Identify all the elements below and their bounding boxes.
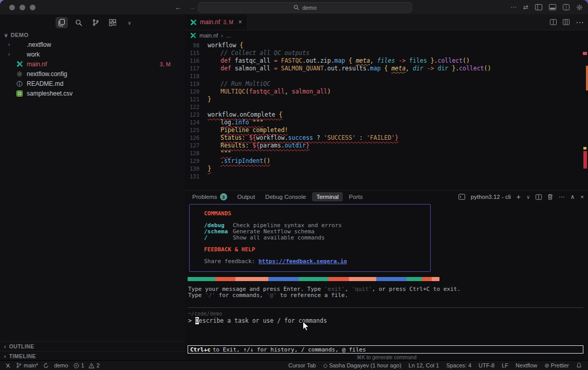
status-item-cursor-tab[interactable]: Cursor Tab [288,362,316,368]
search-view-icon[interactable] [72,17,85,28]
new-terminal-icon[interactable]: + [517,193,521,201]
folder-icon [15,50,24,59]
chevron-right-icon: › [8,51,15,57]
line-number: 130 [185,165,199,172]
explorer-icon[interactable] [56,17,68,28]
terminal-hint-line2: Type '/' for commands, '@' to reference … [188,292,461,299]
file-item-samplesheet-csv[interactable]: samplesheet.csv [0,88,185,98]
status-item-nextflow[interactable]: Nextflow [516,362,537,368]
feedback-link[interactable]: https://feedback.seqera.io [259,258,347,265]
status-item-utf-8[interactable]: UTF-8 [479,362,494,368]
editor-layout-icon[interactable] [563,19,569,25]
notifications-bell-icon[interactable] [576,362,582,368]
breadcrumb-more[interactable]: ... [226,32,231,39]
code-editor[interactable]: 98workflow {115// Collect all QC outputs… [185,41,588,190]
more-actions-icon[interactable]: ⋯ [510,4,517,11]
status-item-spaces-4[interactable]: Spaces: 4 [446,362,471,368]
panel-tab-label: Debug Console [265,194,306,200]
toggle-sidebar-icon[interactable] [535,4,542,10]
tab-main-nf[interactable]: main.nf 3, M × [185,14,248,30]
code-line: 115// Collect all QC outputs [185,49,588,57]
close-window-button[interactable] [9,5,15,10]
extensions-icon[interactable] [106,17,119,28]
terminal-cursor: D [195,317,199,324]
zoom-window-button[interactable] [30,5,35,10]
overview-warning-mark [583,147,586,150]
code-line: 122 [185,103,588,110]
error-icon [74,363,79,368]
terminal-dropdown-chevron-icon[interactable]: ∨ [526,194,530,200]
editor-more-actions-icon[interactable]: ⋯ [576,17,584,27]
command-center-search[interactable]: demo [198,2,412,13]
line-number: 120 [185,88,199,95]
breadcrumb-separator: › [221,32,223,39]
nextflow-file-icon [190,19,197,26]
code-line: 123workflow.onComplete { [185,110,588,118]
maximize-panel-icon[interactable]: ∧ [571,193,575,200]
settings-gear-icon[interactable] [576,4,583,11]
file-item-nextflow-config[interactable]: nextflow.config [0,69,185,79]
nav-back-icon[interactable]: ← [175,4,181,11]
panel-more-actions-icon[interactable]: ⋯ [559,193,565,200]
timeline-section[interactable]: › TIMELINE [0,351,185,361]
status-item-ln-12-col-1[interactable]: Ln 12, Col 1 [409,362,439,368]
minimize-window-button[interactable] [20,5,25,10]
split-editor-icon[interactable] [550,19,557,25]
panel-tab-problems[interactable]: Problems3 [188,192,231,202]
branch-label: main* [24,362,38,368]
file-label: README.md [27,80,63,87]
command-name: /schema [204,229,233,235]
close-panel-icon[interactable]: × [580,194,584,200]
layout-icon[interactable] [563,4,569,10]
gradient-segment [376,277,407,281]
terminal-instance-label[interactable]: python3.12 - cli [471,194,511,200]
source-control-icon[interactable] [89,17,102,28]
status-item--prettier[interactable]: ⊘ Prettier [544,362,569,369]
more-views-chevron-icon[interactable]: ∨ [123,17,136,28]
outline-section[interactable]: › OUTLINE [0,341,185,351]
workspace-indicator[interactable]: demo [54,362,68,368]
gradient-segment [432,277,439,281]
tab-problem-badge: 3, M [223,20,233,25]
command-row: /Show all available commands [204,235,430,241]
sync-indicator[interactable] [43,363,49,368]
activity-bar: ∨ [56,15,136,30]
file-label: .nextflow [27,41,51,48]
prompt-char: > [188,317,192,324]
nextflow-file-icon [15,60,24,68]
line-number: 117 [185,65,199,71]
gradient-segment [422,277,432,281]
file-item-main-nf[interactable]: main.nf3, M [0,59,185,69]
code-line: 98workflow { [185,41,588,49]
toggle-panel-icon[interactable] [549,4,556,10]
breadcrumb-file[interactable]: main.nf [199,32,218,39]
swap-arrows-icon[interactable]: ⇄ [523,4,528,11]
git-branch-indicator[interactable]: main* [16,362,38,368]
nav-forward-icon[interactable]: → [189,4,195,11]
line-number: 116 [185,58,199,64]
code-line: 126Status: ${workflow.success ? 'SUCCESS… [185,134,588,141]
panel-tab-ports[interactable]: Ports [345,192,367,201]
file-item-readme-md[interactable]: README.md [0,79,185,88]
remote-indicator[interactable] [5,363,11,368]
status-item-lf[interactable]: LF [502,362,508,368]
status-item--sasha-dagayev-1-hour-ag[interactable]: ◇ Sasha Dagayev (1 hour ago) [323,362,401,369]
file-item-work[interactable]: ›work [0,49,185,59]
remote-icon [5,363,11,368]
panel-tab-output[interactable]: Output [233,192,260,201]
explorer-section-header[interactable]: ∨ DEMO [4,32,28,38]
file-problem-badge: 3, M [160,61,171,67]
line-number: 124 [185,119,199,125]
trash-icon[interactable] [547,194,553,200]
tab-close-icon[interactable]: × [238,18,242,26]
breadcrumb[interactable]: main.nf › ... [185,30,588,41]
keybind-help-text: to Exit, ↑/↓ for history, / commands, @ … [213,346,366,353]
file-item--nextflow[interactable]: ›.nextflow [0,40,185,49]
file-label: main.nf [27,61,47,68]
problems-indicator[interactable]: 1 2 [74,362,100,368]
split-terminal-icon[interactable] [536,194,542,200]
panel-tab-terminal[interactable]: Terminal [312,192,342,201]
window-controls[interactable] [9,5,35,10]
file-tree: ›.nextflow›workmain.nf3, Mnextflow.confi… [0,40,185,98]
panel-tab-debug-console[interactable]: Debug Console [261,192,310,201]
